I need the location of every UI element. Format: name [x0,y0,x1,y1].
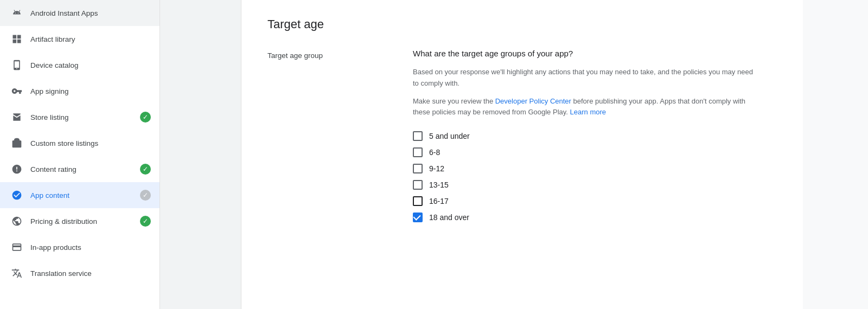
description-2: Make sure you review the Developer Polic… [413,96,760,119]
sidebar-item-store-listing[interactable]: Store listing ✓ [0,104,159,130]
key-icon [11,85,23,97]
checkbox-5-under[interactable] [413,131,423,141]
form-content-column: What are the target age groups of your a… [413,49,760,222]
checkbox-item-6-8[interactable]: 6-8 [413,147,760,157]
sidebar-item-app-content[interactable]: App content ✓ [0,182,159,208]
sidebar: Android Instant Apps Artifact library De… [0,0,160,309]
section-label: Target age group [267,52,323,60]
checkbox-label-6-8[interactable]: 6-8 [429,148,440,157]
sidebar-item-app-signing-label: App signing [30,87,151,95]
page-title: Target age [267,17,777,31]
sidebar-item-android-instant-apps-label: Android Instant Apps [30,9,151,17]
globe-icon [11,215,23,227]
sidebar-item-device-catalog[interactable]: Device catalog [0,52,159,78]
store-icon [11,111,23,123]
sidebar-item-translation-service-label: Translation service [30,269,151,278]
green-check: ✓ [140,112,151,123]
pricing-distribution-status-icon: ✓ [140,216,151,227]
checkbox-item-13-15[interactable]: 13-15 [413,180,760,190]
question-title: What are the target age groups of your a… [413,49,760,58]
checkbox-9-12[interactable] [413,164,423,173]
sidebar-item-content-rating[interactable]: Content rating ✓ [0,156,159,182]
sidebar-item-content-rating-label: Content rating [30,165,136,173]
sidebar-item-custom-store-listings-label: Custom store listings [30,139,151,147]
sidebar-item-artifact-library-label: Artifact library [30,35,151,43]
checkbox-label-13-15[interactable]: 13-15 [429,181,449,189]
checkbox-6-8[interactable] [413,147,423,157]
sidebar-item-in-app-products[interactable]: In-app products [0,234,159,260]
rating-icon [11,163,23,175]
learn-more-link[interactable]: Learn more [570,108,606,116]
checkbox-label-5-under[interactable]: 5 and under [429,132,470,140]
sidebar-item-store-listing-label: Store listing [30,113,136,121]
checkbox-item-18-over[interactable]: 18 and over [413,213,760,222]
checkbox-label-18-over[interactable]: 18 and over [429,213,469,222]
sidebar-item-translation-service[interactable]: Translation service [0,260,159,286]
form-section: Target age group What are the target age… [267,49,777,222]
checkbox-list: 5 and under 6-8 9-12 13-15 [413,131,760,222]
checkbox-label-9-12[interactable]: 9-12 [429,164,444,173]
sidebar-item-custom-store-listings[interactable]: Custom store listings [0,130,159,156]
store-listing-status-icon: ✓ [140,112,151,123]
app-content-icon [11,189,23,201]
green-check-2: ✓ [140,164,151,175]
sidebar-item-artifact-library[interactable]: Artifact library [0,26,159,52]
custom-store-icon [11,137,23,149]
grid-icon [11,33,23,45]
checkbox-label-16-17[interactable]: 16-17 [429,197,449,205]
description-1: Based on your response we'll highlight a… [413,67,760,89]
translate-icon [11,267,23,279]
sidebar-item-device-catalog-label: Device catalog [30,61,151,69]
sidebar-item-app-signing[interactable]: App signing [0,78,159,104]
sidebar-item-app-content-label: App content [30,191,136,199]
content-rating-status-icon: ✓ [140,164,151,175]
checkbox-item-16-17[interactable]: 16-17 [413,196,760,206]
center-column [160,0,241,309]
sidebar-item-android-instant-apps[interactable]: Android Instant Apps [0,0,159,26]
android-icon [11,7,23,19]
checkbox-13-15[interactable] [413,180,423,190]
device-icon [11,59,23,71]
checkbox-item-9-12[interactable]: 9-12 [413,164,760,173]
main-content: Target age Target age group What are the… [241,0,803,309]
app-content-status-icon: ✓ [140,190,151,201]
description-2-prefix: Make sure you review the [413,97,495,105]
checkbox-18-over[interactable] [413,213,423,222]
checkbox-16-17[interactable] [413,196,423,206]
checkbox-item-5-under[interactable]: 5 and under [413,131,760,141]
sidebar-item-in-app-products-label: In-app products [30,243,151,252]
sidebar-item-pricing-distribution[interactable]: Pricing & distribution ✓ [0,208,159,234]
right-panel [803,0,868,309]
developer-policy-center-link[interactable]: Developer Policy Center [495,97,571,105]
gray-check: ✓ [140,190,151,201]
green-check-3: ✓ [140,216,151,227]
form-label-column: Target age group [267,49,387,222]
sidebar-item-pricing-distribution-label: Pricing & distribution [30,217,136,226]
inapp-icon [11,241,23,253]
